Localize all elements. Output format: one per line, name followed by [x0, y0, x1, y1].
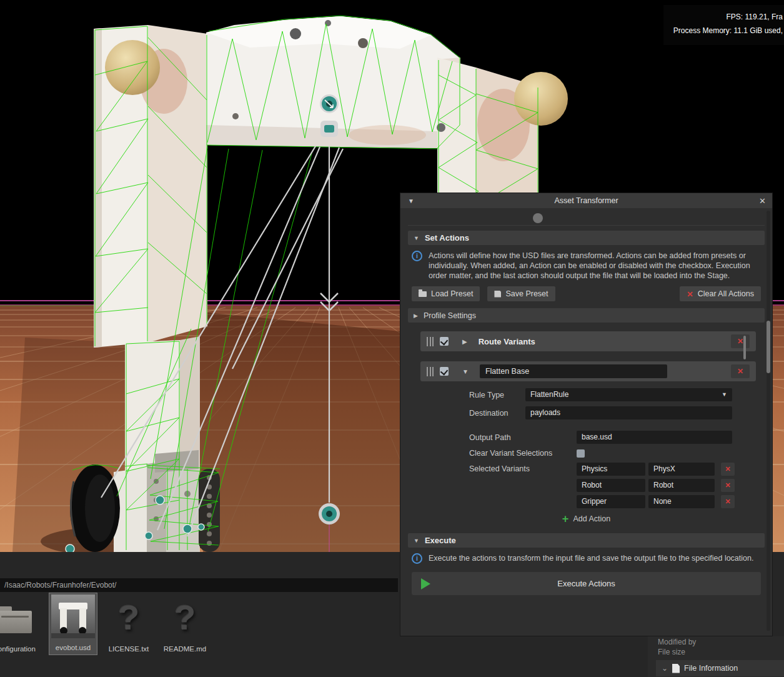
save-icon [494, 291, 501, 298]
actions-list-scrollbar-thumb[interactable] [743, 336, 746, 359]
drag-handle-icon[interactable] [427, 367, 434, 376]
partial-circle-icon [533, 213, 543, 223]
selected-variants-label: Selected Variants [469, 463, 577, 473]
section-title: Execute [425, 536, 456, 545]
variant-name-input[interactable]: Gripper [577, 495, 645, 508]
chevron-down-icon: ▼ [414, 235, 419, 241]
destination-label: Destination [469, 409, 525, 418]
chevron-right-icon: ▶ [414, 313, 418, 319]
set-actions-section-header[interactable]: ▼ Set Actions [408, 231, 765, 245]
file-info-panel: Modified by File size ⌄ File Information [648, 636, 784, 677]
file-tile-license[interactable]: ? LICENSE.txt [105, 594, 152, 653]
variant-row: Gripper None ✕ [577, 495, 735, 508]
load-preset-button[interactable]: Load Preset [412, 286, 480, 301]
section-title: Profile Settings [424, 311, 476, 320]
file-tile-configuration[interactable]: configuration [0, 594, 39, 653]
output-path-input[interactable]: base.usd [577, 431, 732, 444]
destination-input[interactable]: payloads [525, 406, 732, 419]
unknown-file-icon: ? [118, 596, 139, 639]
execute-section-header[interactable]: ▼ Execute [408, 533, 765, 548]
variant-value-input[interactable]: None [648, 495, 715, 508]
path-bar-input[interactable]: /Isaac/Robots/Fraunhofer/Evobot/ [0, 578, 398, 592]
clear-icon: ✕ [687, 289, 693, 299]
info-icon: i [412, 553, 422, 564]
modified-by-label: Modified by [658, 637, 696, 647]
chevron-right-icon[interactable]: ▶ [462, 338, 467, 345]
action-row-flatten-base[interactable]: ▼ Flatten Base ✕ [420, 361, 756, 381]
action-name: Route Variants [479, 337, 535, 346]
select-value: FlattenRule [530, 388, 568, 401]
button-label: Load Preset [431, 289, 473, 298]
profile-settings-section-header[interactable]: ▶ Profile Settings [408, 308, 765, 323]
remove-variant-button[interactable]: ✕ [721, 463, 735, 476]
collapse-icon[interactable]: ▼ [408, 198, 414, 204]
add-action-label: Add Action [573, 514, 610, 523]
folder-icon [0, 611, 32, 633]
section-title: Set Actions [425, 233, 469, 243]
close-icon[interactable]: ✕ [759, 196, 766, 206]
variant-name-input[interactable]: Physics [577, 463, 645, 476]
bottom-gizmo-icon[interactable] [319, 503, 340, 524]
variant-row: Robot Robot ✕ [577, 479, 735, 492]
file-label: README.md [161, 644, 209, 653]
document-icon [672, 664, 680, 673]
file-label: evobot.usd [49, 643, 97, 652]
add-action-button[interactable]: + Add Action [400, 514, 772, 523]
left-sphere [105, 40, 160, 95]
camera-gizmo-icon[interactable] [320, 121, 338, 137]
isaac-sim-screen: FPS: 119.21, Fra Process Memory: 11.1 Gi… [0, 0, 784, 677]
flatten-base-fields: Rule Type FlattenRule ▼ Destination payl… [469, 388, 756, 508]
file-information-section-header[interactable]: ⌄ File Information [656, 660, 784, 676]
remove-variant-button[interactable]: ✕ [721, 495, 735, 508]
save-preset-button[interactable]: Save Preset [487, 286, 555, 301]
asset-transformer-panel: ▼ Asset Transformer ✕ ▼ Set Actions i Ac… [400, 193, 773, 636]
action-enabled-checkbox[interactable] [440, 337, 449, 346]
chevron-down-icon: ⌄ [662, 664, 668, 673]
right-sphere [514, 72, 568, 126]
plus-icon: + [562, 514, 569, 523]
button-label: Execute Actions [557, 579, 615, 588]
variant-name-input[interactable]: Robot [577, 479, 645, 492]
folder-icon [419, 291, 427, 297]
file-tile-readme[interactable]: ? README.md [161, 594, 209, 653]
fps-readout: FPS: 119.21, Fra [663, 10, 783, 24]
memory-readout: Process Memory: 11.1 GiB used, [663, 24, 783, 38]
clear-variant-selections-label: Clear Variant Selections [469, 449, 577, 458]
drag-handle-icon[interactable] [427, 337, 434, 346]
variant-value-input[interactable]: Robot [648, 479, 715, 492]
unknown-file-icon: ? [174, 596, 196, 639]
chevron-down-icon[interactable]: ▼ [462, 368, 469, 375]
rule-type-label: Rule Type [469, 391, 525, 399]
variant-value-input[interactable]: PhysX [648, 463, 715, 476]
remove-variant-button[interactable]: ✕ [721, 479, 735, 492]
preset-toolbar: Load Preset Save Preset ✕ Clear All Acti… [412, 286, 761, 301]
info-icon: i [412, 251, 422, 261]
panel-title-bar[interactable]: ▼ Asset Transformer ✕ [400, 193, 772, 208]
play-icon [421, 578, 430, 589]
clear-all-actions-button[interactable]: ✕ Clear All Actions [680, 286, 761, 301]
scrollbar-thumb[interactable] [767, 321, 770, 373]
info-text: Execute the actions to transform the inp… [429, 553, 753, 564]
execute-actions-button[interactable]: Execute Actions [412, 572, 761, 595]
info-text: Actions will define how the USD files ar… [429, 251, 761, 281]
panel-scrollbar[interactable] [767, 211, 770, 631]
action-name-input[interactable]: Flatten Base [480, 364, 667, 378]
variant-row: Physics PhysX ✕ [577, 463, 735, 476]
file-tile-evobot-usd[interactable]: evobot.usd [49, 593, 97, 654]
performance-overlay: FPS: 119.21, Fra Process Memory: 11.1 Gi… [663, 5, 784, 45]
action-enabled-checkbox[interactable] [440, 367, 449, 376]
file-size-label: File size [658, 647, 696, 657]
clear-variant-selections-checkbox[interactable] [577, 449, 585, 458]
action-row-route-variants[interactable]: ▶ Route Variants ✕ [420, 331, 756, 351]
execute-info: i Execute the actions to transform the i… [412, 553, 761, 564]
robot-wheel [70, 464, 120, 552]
output-path-label: Output Path [469, 433, 577, 442]
file-label: configuration [0, 644, 39, 653]
chevron-down-icon: ▼ [722, 388, 727, 401]
translate-gizmo-icon[interactable] [320, 94, 339, 113]
selected-variants-list: Physics PhysX ✕ Robot Robot ✕ Gripper No… [577, 463, 735, 508]
remove-action-button[interactable]: ✕ [731, 364, 750, 378]
section-title: File Information [684, 664, 738, 673]
rule-type-select[interactable]: FlattenRule ▼ [525, 388, 732, 401]
remove-action-button[interactable]: ✕ [731, 334, 750, 348]
